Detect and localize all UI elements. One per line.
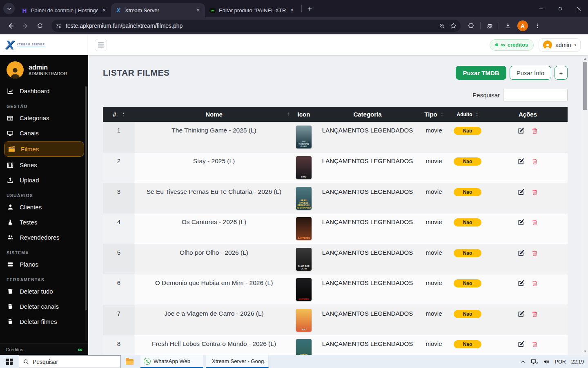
clock[interactable]: 22:19 bbox=[571, 359, 584, 365]
sidebar-item-upload[interactable]: Upload bbox=[0, 173, 88, 188]
sidebar-item-categorias[interactable]: Categorias bbox=[0, 110, 88, 126]
sidebar-item-icon bbox=[7, 115, 14, 121]
sidebar-item-label: Planos bbox=[20, 261, 38, 268]
table-row: 5 Olho por Olho - 2026 (L) OLHO POR OLHO… bbox=[103, 244, 568, 274]
taskbar-search[interactable]: Pesquisar bbox=[19, 355, 121, 368]
sidebar-item-dashboard[interactable]: Dashboard bbox=[0, 83, 88, 99]
taskbar-app-label: Xtream Server - Goog... bbox=[212, 358, 265, 364]
file-explorer-button[interactable] bbox=[121, 355, 138, 368]
scroll-thumb[interactable] bbox=[583, 62, 587, 110]
edit-icon[interactable] bbox=[518, 341, 525, 348]
sidebar-item-filmes[interactable]: Filmes bbox=[4, 141, 84, 157]
movie-category: LANÇAMENTOS LEGENDADOS bbox=[314, 274, 421, 305]
reload-button[interactable] bbox=[34, 20, 46, 32]
restore-button[interactable] bbox=[550, 0, 569, 17]
column-header-aes[interactable]: Ações bbox=[488, 107, 568, 122]
zoom-icon[interactable] bbox=[439, 23, 445, 29]
sidebar-item-revendedores[interactable]: Revendedores bbox=[0, 230, 88, 245]
sidebar-item-deletar-canais[interactable]: Deletar canais bbox=[0, 299, 88, 314]
edit-icon[interactable] bbox=[518, 249, 525, 256]
network-icon[interactable] bbox=[531, 359, 538, 365]
delete-icon[interactable] bbox=[532, 219, 538, 226]
puxar-tmdb-button[interactable]: Puxar TMDB bbox=[456, 66, 506, 80]
back-button[interactable] bbox=[4, 20, 17, 32]
browser-tab[interactable]: H Painel de controle | Hostinger ✕ bbox=[17, 3, 111, 17]
sidebar-section-heading: SISTEMA bbox=[7, 250, 82, 255]
url-bar[interactable]: teste.apkpremium.fun/painelxtream/filmes… bbox=[51, 20, 461, 32]
taskbar-app-icon bbox=[144, 358, 151, 365]
hamburger-button[interactable] bbox=[95, 39, 107, 51]
adult-badge: Nao bbox=[454, 157, 482, 166]
extensions-icon[interactable] bbox=[465, 20, 477, 32]
tab-close-icon[interactable]: ✕ bbox=[288, 7, 296, 14]
tab-title: Painel de controle | Hostinger bbox=[31, 7, 98, 13]
row-number: 3 bbox=[103, 183, 135, 213]
delete-icon[interactable] bbox=[532, 341, 538, 348]
forward-button[interactable] bbox=[19, 20, 31, 32]
column-header-#[interactable]: #▲▼ bbox=[103, 107, 135, 122]
adult-badge: Nao bbox=[454, 310, 482, 318]
scroll-down-icon[interactable]: ▼ bbox=[582, 350, 588, 353]
delete-icon[interactable] bbox=[532, 158, 538, 165]
search-input[interactable] bbox=[503, 89, 568, 101]
edit-icon[interactable] bbox=[518, 280, 525, 287]
sidebar-item-deletar-tudo[interactable]: Deletar tudo bbox=[0, 284, 88, 299]
edit-icon[interactable] bbox=[518, 219, 525, 226]
edit-icon[interactable] bbox=[518, 158, 525, 165]
sidebar-item-clientes[interactable]: Clientes bbox=[0, 200, 88, 215]
incognito-icon[interactable] bbox=[483, 20, 496, 32]
page-scrollbar[interactable]: ▲ ▼ bbox=[582, 55, 588, 355]
browser-tab[interactable]: ∞ Editar produto "PAINEL XTREAM ✕ bbox=[205, 3, 299, 17]
sidebar-item-testes[interactable]: Testes bbox=[0, 215, 88, 230]
admin-dropdown[interactable]: admin ▾ bbox=[539, 38, 581, 52]
edit-icon[interactable] bbox=[518, 188, 525, 195]
taskbar-app-button[interactable]: WhatsApp Web bbox=[140, 355, 203, 368]
sidebar-section-heading: FERRAMENTAS bbox=[7, 277, 82, 282]
column-header-categoria[interactable]: Categoria bbox=[314, 107, 421, 122]
start-button[interactable] bbox=[0, 355, 19, 368]
bookmark-star-icon[interactable] bbox=[450, 22, 457, 29]
tab-close-icon[interactable]: ✕ bbox=[194, 7, 202, 14]
puxar-info-button[interactable]: Puxar Info bbox=[510, 66, 551, 80]
taskbar-app-button[interactable]: Xtream Server - Goog... bbox=[206, 355, 269, 368]
tab-close-icon[interactable]: ✕ bbox=[100, 7, 108, 14]
sidebar-item-planos[interactable]: Planos bbox=[0, 257, 88, 272]
column-header-icon[interactable]: Icon bbox=[293, 107, 314, 122]
download-icon[interactable] bbox=[502, 20, 514, 32]
new-tab-button[interactable] bbox=[304, 3, 315, 14]
tray-chevron-icon[interactable] bbox=[520, 359, 526, 364]
sidebar-item-canais[interactable]: Canais bbox=[0, 126, 88, 141]
back-icon bbox=[7, 22, 14, 29]
site-info-icon[interactable] bbox=[56, 23, 62, 29]
table-row: 6 O Demonio que Habita em Mim - 2026 (L)… bbox=[103, 274, 568, 305]
row-number: 4 bbox=[103, 213, 135, 244]
edit-icon[interactable] bbox=[518, 127, 525, 134]
sidebar-item-label: Canais bbox=[20, 130, 39, 137]
delete-icon[interactable] bbox=[532, 128, 538, 134]
browser-tab[interactable]: X Xtream Server ✕ bbox=[111, 3, 205, 17]
speaker-icon[interactable] bbox=[543, 359, 550, 365]
movie-type: movie bbox=[421, 213, 447, 244]
delete-icon[interactable] bbox=[532, 189, 538, 195]
column-header-adulto[interactable]: Adulto▲▼ bbox=[447, 107, 488, 122]
close-button[interactable] bbox=[569, 0, 588, 17]
tab-search-button[interactable] bbox=[3, 3, 15, 14]
sidebar-item-deletar-filmes[interactable]: Deletar filmes bbox=[0, 314, 88, 329]
delete-icon[interactable] bbox=[532, 280, 538, 287]
column-header-tipo[interactable]: Tipo▲▼ bbox=[421, 107, 447, 122]
sidebar-item-séries[interactable]: Séries bbox=[0, 157, 88, 173]
minimize-button[interactable] bbox=[532, 0, 550, 17]
add-button[interactable]: + bbox=[555, 66, 568, 80]
url-text[interactable]: teste.apkpremium.fun/painelxtream/filmes… bbox=[66, 22, 434, 29]
edit-icon[interactable] bbox=[518, 310, 525, 317]
credits-pill[interactable]: ∞ créditos bbox=[490, 39, 534, 51]
sidebar-scrollbar[interactable] bbox=[85, 86, 87, 341]
language-indicator[interactable]: POR bbox=[555, 359, 566, 365]
profile-avatar[interactable]: A bbox=[517, 20, 528, 31]
poster-label: LOBOS CONTRA O MUNDO bbox=[296, 353, 312, 355]
menu-kebab-icon[interactable] bbox=[531, 20, 543, 32]
scroll-up-icon[interactable]: ▲ bbox=[582, 57, 588, 61]
delete-icon[interactable] bbox=[532, 311, 538, 317]
column-header-nome[interactable]: ▲▼Nome bbox=[135, 107, 293, 122]
delete-icon[interactable] bbox=[532, 250, 538, 256]
